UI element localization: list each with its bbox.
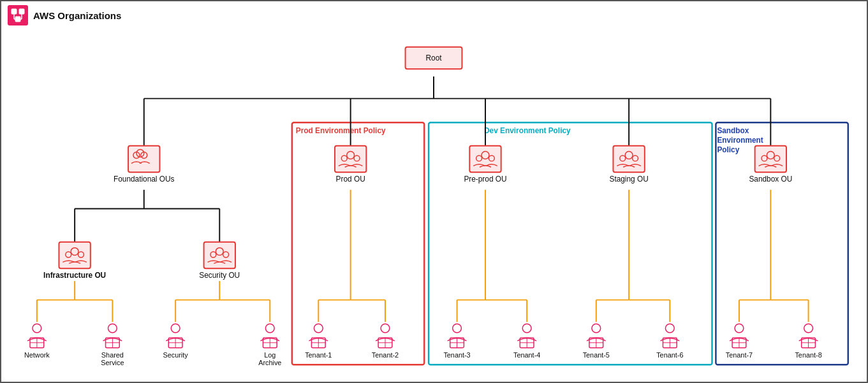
foundational-label: Foundational OUs <box>114 175 175 184</box>
log-archive-node: Log Archive <box>258 324 281 366</box>
log-archive-label2: Archive <box>258 359 281 366</box>
svg-rect-2 <box>11 9 17 14</box>
prod-policy-label: Prod Environment Policy <box>296 126 386 135</box>
prod-ou-node: Prod OU <box>335 146 366 184</box>
shared-service-node: Shared Service <box>101 324 124 366</box>
svg-point-96 <box>381 324 390 333</box>
main-container: AWS Organizations Prod Environment Polic… <box>0 0 868 383</box>
tenant8-label: Tenant-8 <box>795 351 821 359</box>
svg-point-120 <box>804 324 813 333</box>
svg-point-84 <box>171 324 180 333</box>
infra-ou-node: Infrastructure OU <box>43 242 106 280</box>
header: AWS Organizations <box>1 1 867 29</box>
log-archive-label: Log <box>264 351 276 359</box>
sandbox-policy-label2: Environment <box>717 136 763 145</box>
svg-point-100 <box>453 324 462 333</box>
tenant7-node: Tenant-7 <box>726 324 753 359</box>
prod-ou-label: Prod OU <box>336 175 365 184</box>
sandbox-policy-label3: Policy <box>717 145 739 154</box>
svg-point-108 <box>592 324 601 333</box>
tenant4-label: Tenant-4 <box>513 351 540 359</box>
svg-rect-3 <box>19 9 24 14</box>
tenant5-node: Tenant-5 <box>583 324 610 359</box>
tenant1-node: Tenant-1 <box>305 324 332 359</box>
tenant5-label: Tenant-5 <box>583 351 610 359</box>
security-ou-node: Security OU <box>199 242 240 280</box>
tenant2-label: Tenant-2 <box>372 351 399 359</box>
tenant4-node: Tenant-4 <box>513 324 540 359</box>
svg-point-80 <box>108 324 117 333</box>
shared-service-label2: Service <box>101 359 124 366</box>
svg-point-104 <box>522 324 531 333</box>
svg-point-116 <box>735 324 744 333</box>
sandbox-ou-label: Sandbox OU <box>749 175 792 184</box>
tenant1-label: Tenant-1 <box>305 351 332 359</box>
tenant8-node: Tenant-8 <box>795 324 821 359</box>
tenant6-node: Tenant-6 <box>656 324 683 359</box>
security-ou-label: Security OU <box>199 271 240 280</box>
svg-point-88 <box>265 324 274 333</box>
tenant6-label: Tenant-6 <box>656 351 683 359</box>
shared-service-label: Shared <box>101 351 124 359</box>
security-node: Security <box>163 324 189 359</box>
infra-ou-label: Infrastructure OU <box>43 271 106 280</box>
staging-ou-node: Staging OU <box>610 146 649 184</box>
root-node: Root <box>406 47 462 69</box>
aws-org-icon <box>8 5 28 25</box>
root-label: Root <box>425 54 442 62</box>
svg-point-92 <box>314 324 323 333</box>
foundational-node: Foundational OUs <box>114 146 175 184</box>
network-node: Network <box>24 324 50 359</box>
svg-rect-48 <box>128 146 159 172</box>
header-title: AWS Organizations <box>33 10 121 21</box>
sandbox-policy-label: Sandbox <box>717 126 749 135</box>
network-label: Network <box>24 351 50 359</box>
sandbox-ou-node: Sandbox OU <box>749 146 792 184</box>
org-chart-svg: Prod Environment Policy Dev Environment … <box>1 29 867 382</box>
security-leaf-label: Security <box>163 351 189 359</box>
tenant7-label: Tenant-7 <box>726 351 753 359</box>
tenant2-node: Tenant-2 <box>372 324 399 359</box>
diagram-area: Prod Environment Policy Dev Environment … <box>1 29 867 382</box>
svg-point-112 <box>665 324 674 333</box>
dev-policy-label: Dev Environment Policy <box>484 126 571 135</box>
tenant3-label: Tenant-3 <box>443 351 470 359</box>
tenant3-node: Tenant-3 <box>443 324 470 359</box>
svg-point-76 <box>33 324 41 333</box>
staging-ou-label: Staging OU <box>610 175 649 184</box>
preprod-ou-label: Pre-prod OU <box>464 175 506 184</box>
preprod-ou-node: Pre-prod OU <box>464 146 506 184</box>
